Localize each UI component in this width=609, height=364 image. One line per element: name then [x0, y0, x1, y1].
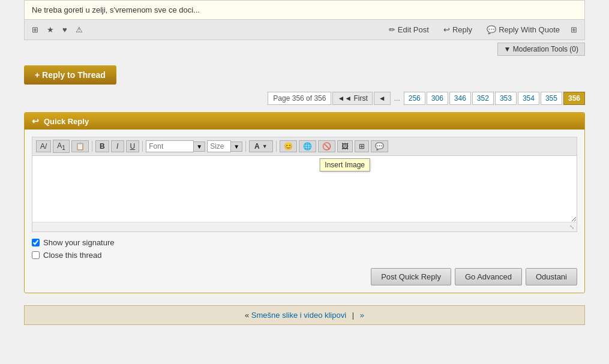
signature-checkbox[interactable]: [32, 239, 40, 246]
reply-with-quote-button[interactable]: 💬 Reply With Quote: [481, 23, 566, 37]
quick-reply-body: A/ A1 📋 B I U ▼ ▼: [25, 130, 584, 293]
code-icon: 💬: [375, 142, 384, 151]
no-icon: 🚫: [322, 142, 331, 151]
first-page-button[interactable]: ◄◄ First: [332, 92, 372, 105]
post-toolbar-left: ⊞ ★ ♥ ⚠: [29, 24, 85, 35]
footer-next-link[interactable]: »: [360, 311, 364, 320]
url-btn[interactable]: 🌐: [299, 140, 316, 152]
source-btn[interactable]: A/: [36, 140, 51, 152]
quick-reply-header: ↩ Quick Reply: [25, 113, 584, 130]
separator-2: [142, 141, 143, 152]
post-icon-1[interactable]: ⊞: [29, 24, 41, 35]
resize-handle: ⤡: [32, 222, 577, 231]
quick-reply-icon: ↩: [32, 116, 39, 126]
footer-separator: |: [352, 311, 354, 320]
reply-button[interactable]: ↩ Reply: [437, 23, 478, 37]
page-info: Page 356 of 356: [268, 92, 331, 105]
paste-icon: 📋: [76, 142, 85, 151]
close-thread-label: Close this thread: [43, 251, 102, 260]
font-dropdown-arrow[interactable]: ▼: [194, 142, 205, 152]
moderation-tools-bar: ▼ Moderation Tools (0): [24, 40, 585, 58]
edit-icon: ✏: [389, 25, 395, 34]
insert-image-icon: 🖼: [341, 142, 349, 151]
source2-icon: A1: [57, 142, 65, 150]
edit-post-button[interactable]: ✏ Edit Post: [383, 23, 435, 37]
pagination-bar: Page 356 of 356 ◄◄ First ◄ ... 256 306 3…: [24, 92, 585, 105]
page-355[interactable]: 355: [541, 92, 562, 105]
page-354[interactable]: 354: [518, 92, 539, 105]
separator-1: [92, 141, 92, 152]
post-content: Ne treba goreti u zelji, s'vremenom sve …: [25, 1, 584, 19]
moderation-tools-button[interactable]: ▼ Moderation Tools (0): [497, 43, 585, 56]
editor-toolbar: A/ A1 📋 B I U ▼ ▼: [32, 137, 577, 155]
reply-thread-section: + Reply to Thread: [24, 65, 585, 85]
color-letter: A: [254, 142, 260, 151]
signature-label: Show your signature: [43, 238, 115, 247]
code-btn[interactable]: 💬: [371, 140, 388, 152]
text-color-btn[interactable]: A ▼: [249, 140, 273, 152]
post-toolbar-right: ✏ Edit Post ↩ Reply 💬 Reply With Quote ⊞: [383, 23, 580, 37]
more-options-button[interactable]: ⊞: [568, 24, 580, 35]
page-256[interactable]: 256: [404, 92, 425, 105]
no-icon-btn[interactable]: 🚫: [318, 140, 335, 152]
close-thread-checkbox-label[interactable]: Close this thread: [32, 251, 577, 260]
page-353[interactable]: 353: [495, 92, 517, 105]
url-icon: 🌐: [303, 142, 312, 151]
page-356-active[interactable]: 356: [563, 92, 585, 105]
footer-prev-link[interactable]: Smešne slike i video klipovi: [251, 311, 346, 320]
reply-icon: ↩: [443, 25, 450, 34]
font-select[interactable]: [146, 140, 194, 152]
page-346[interactable]: 346: [449, 92, 471, 105]
post-icon-3[interactable]: ♥: [60, 24, 70, 35]
editor-textarea-wrapper: ⤡: [32, 155, 577, 232]
bold-btn[interactable]: B: [95, 140, 109, 152]
source2-btn[interactable]: A1: [53, 140, 70, 153]
emoji-btn[interactable]: 😊: [280, 140, 297, 152]
close-thread-checkbox[interactable]: [32, 251, 40, 259]
post-icon-2[interactable]: ★: [44, 24, 56, 35]
table-icon: ⊞: [359, 142, 365, 151]
signature-checkbox-label[interactable]: Show your signature: [32, 238, 577, 247]
action-buttons: Post Quick Reply Go Advanced Odustani: [32, 268, 577, 285]
post-toolbar: ⊞ ★ ♥ ⚠ ✏ Edit Post ↩ Reply 💬 Reply With…: [25, 19, 584, 40]
quick-reply-section: ↩ Quick Reply A/ A1 📋 B I U: [24, 112, 585, 293]
source-icon: A/: [40, 142, 47, 151]
italic-btn[interactable]: I: [111, 140, 124, 152]
size-dropdown-arrow[interactable]: ▼: [231, 142, 242, 152]
insert-image-wrapper: 🖼 Insert Image: [337, 140, 353, 152]
checkbox-section: Show your signature Close this thread: [32, 238, 577, 260]
separator-4: [276, 141, 277, 152]
odustani-button[interactable]: Odustani: [526, 268, 577, 285]
reply-to-thread-button[interactable]: + Reply to Thread: [24, 65, 116, 85]
paste-btn[interactable]: 📋: [71, 140, 89, 152]
size-select[interactable]: [207, 140, 231, 152]
quote-icon: 💬: [487, 25, 496, 34]
insert-image-tooltip: Insert Image: [319, 158, 370, 172]
post-icon-4[interactable]: ⚠: [73, 24, 85, 35]
dropdown-arrow-icon: ▼: [504, 45, 513, 53]
underline-btn[interactable]: U: [126, 140, 140, 152]
reply-textarea[interactable]: [32, 156, 577, 222]
size-select-wrapper: ▼: [207, 140, 242, 152]
prev-page-button[interactable]: ◄: [374, 92, 391, 105]
page-352[interactable]: 352: [472, 92, 494, 105]
footer-prev-symbol: «: [245, 311, 251, 320]
separator-3: [245, 141, 246, 152]
page-306[interactable]: 306: [427, 92, 448, 105]
insert-image-btn[interactable]: 🖼: [337, 140, 353, 152]
table-btn[interactable]: ⊞: [355, 140, 369, 152]
page-ellipsis: ...: [392, 92, 403, 104]
go-advanced-button[interactable]: Go Advanced: [455, 268, 522, 285]
quick-reply-title: Quick Reply: [44, 117, 89, 126]
font-select-wrapper: ▼: [146, 140, 205, 152]
post-quick-reply-button[interactable]: Post Quick Reply: [371, 268, 451, 285]
footer-links: « Smešne slike i video klipovi | »: [24, 305, 585, 325]
color-arrow-icon: ▼: [262, 143, 268, 149]
